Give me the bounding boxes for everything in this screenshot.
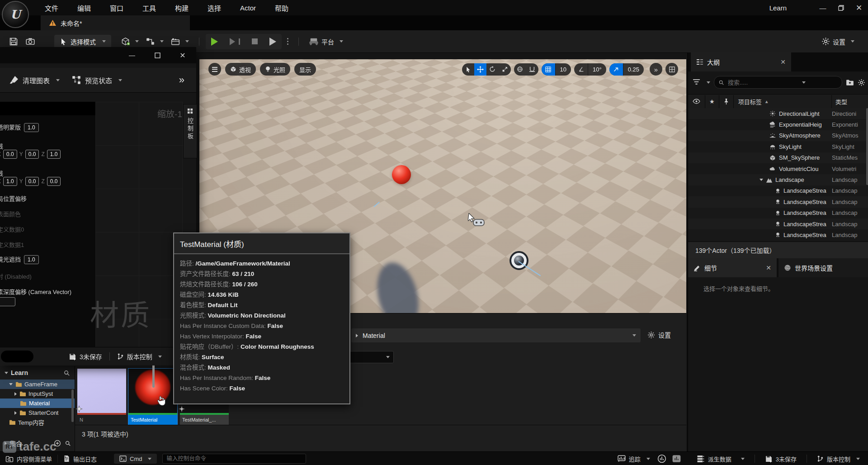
pin-normal[interactable]: 线 xyxy=(0,142,3,150)
normal-vector-input[interactable]: X0.0 Y0.0 Z1.0 xyxy=(0,150,61,159)
palette-side-tab[interactable]: 控制板 xyxy=(183,104,197,158)
outliner-row[interactable]: LandscapeStrea Landscap xyxy=(688,229,868,240)
blueprints-button[interactable] xyxy=(142,34,167,49)
learn-link[interactable]: Learn xyxy=(760,0,814,15)
pin-opacity-mask[interactable]: 透明蒙版1.0 xyxy=(0,123,39,132)
settings-button[interactable]: 设置 xyxy=(818,34,858,49)
rotation-snap-control[interactable]: 10° xyxy=(574,63,606,76)
me-unsaved-button[interactable]: 3未保存 xyxy=(69,352,102,361)
outliner-scrollbar[interactable] xyxy=(866,108,868,185)
menu-build[interactable]: 构建 xyxy=(165,0,198,15)
editor-mode-select[interactable]: 选择模式 xyxy=(54,35,111,48)
search-icon[interactable] xyxy=(65,440,71,446)
outliner-row[interactable]: LandscapeStrea Landscap xyxy=(688,185,868,196)
save-level-button[interactable] xyxy=(5,34,22,49)
clean-graph-button[interactable]: 清理图表 xyxy=(9,75,60,85)
content-drawer-button[interactable]: 内容侧滑菜单 xyxy=(0,452,57,465)
tab-outliner[interactable]: 大纲 ✕ xyxy=(691,52,791,71)
menu-edit[interactable]: 编辑 xyxy=(68,0,100,15)
player-start-gizmo[interactable] xyxy=(509,251,528,270)
toolbar-overflow-button[interactable]: » xyxy=(650,63,662,76)
view-mode-button[interactable]: 光照 xyxy=(260,63,290,76)
select-tool-button[interactable] xyxy=(462,63,474,76)
material-editor-titlebar[interactable]: — ✕ xyxy=(0,47,196,63)
play-options-button[interactable] xyxy=(283,34,292,49)
preview-state-button[interactable]: 预览状态 xyxy=(71,76,122,85)
scale-tool-button[interactable] xyxy=(499,63,511,76)
cmd-selector[interactable]: Cmd xyxy=(114,454,157,464)
pin-subsurface-color[interactable]: 表面颜色 xyxy=(0,209,21,218)
stop-button[interactable] xyxy=(248,34,261,49)
type-column-header[interactable]: 类型 xyxy=(835,97,868,106)
trace-button[interactable]: 追踪 xyxy=(612,452,656,465)
pin-ambient-occlusion[interactable]: 境光遮挡1.0 xyxy=(0,255,39,264)
tree-item-gameframe[interactable]: GameFrame xyxy=(0,380,75,389)
favorite-star-icon[interactable]: ★ xyxy=(709,98,715,105)
cinematics-button[interactable] xyxy=(167,34,193,49)
menu-select[interactable]: 选择 xyxy=(198,0,231,15)
toolbar-expand-button[interactable]: » xyxy=(179,74,184,86)
tab-world-settings[interactable]: 世界场景设置 xyxy=(778,258,868,277)
surface-snap-button[interactable] xyxy=(526,63,538,76)
tangent-vector-input[interactable]: X1.0 Y0.0 Z0.0 xyxy=(0,177,61,186)
pin-pixel-depth-offset[interactable]: 素深度偏移 (Camera Vector) xyxy=(0,287,71,296)
outliner-search[interactable] xyxy=(714,76,842,89)
outliner-row[interactable]: ExponentialHeig Exponenti xyxy=(688,119,868,130)
unreal-logo[interactable]: U xyxy=(2,1,29,28)
graph-scrollbar[interactable] xyxy=(152,363,155,388)
material-graph[interactable]: 缩放-1 材质 xyxy=(95,102,183,355)
outliner-search-input[interactable] xyxy=(727,79,797,86)
tab-level-unnamed[interactable]: 未命名* xyxy=(41,15,190,30)
menu-help[interactable]: 帮助 xyxy=(265,0,298,15)
platforms-button[interactable]: 平台 xyxy=(305,34,347,49)
new-folder-icon[interactable] xyxy=(846,79,854,86)
console-command-input[interactable] xyxy=(162,454,306,464)
label-column-header[interactable]: 项目标签 xyxy=(738,97,762,106)
search-icon[interactable] xyxy=(63,370,70,376)
content-settings-button[interactable]: 设置 xyxy=(647,330,671,339)
red-sphere-actor[interactable] xyxy=(392,165,411,184)
launch-button[interactable] xyxy=(266,34,280,49)
minimize-button[interactable]: — xyxy=(814,1,832,14)
tree-root-learn[interactable]: Learn xyxy=(0,366,75,380)
output-log-button[interactable]: 输出日志 xyxy=(58,452,102,465)
outliner-row[interactable]: DirectionalLight Directioni xyxy=(688,108,868,119)
outliner-row[interactable]: VolumetricClou Volumetri xyxy=(688,163,868,174)
revision-control-button[interactable]: 版本控制 xyxy=(811,452,865,465)
outliner-row[interactable]: LandscapeStrea Landscap xyxy=(688,208,868,218)
asset-card-n[interactable]: N xyxy=(77,369,126,425)
pin-custom-data1[interactable]: 定义数据1 xyxy=(0,240,24,249)
pin-tangent[interactable]: 线 xyxy=(0,169,3,177)
menu-actor[interactable]: Actor xyxy=(231,0,265,15)
restore-button[interactable] xyxy=(832,1,850,14)
node-header[interactable] xyxy=(0,102,95,115)
camera-mode-button[interactable]: 透视 xyxy=(225,63,256,76)
grid-snap-control[interactable]: 10 xyxy=(542,63,571,76)
outliner-row[interactable]: LandscapeStrea Landscap xyxy=(688,196,868,207)
content-path-bar[interactable]: Material xyxy=(351,328,641,342)
outliner-row[interactable]: SkyLight SkyLight xyxy=(688,141,868,152)
tab-details[interactable]: 细节 ✕ xyxy=(688,258,777,277)
menu-file[interactable]: 文件 xyxy=(35,0,68,15)
me-maximize-button[interactable] xyxy=(146,47,168,63)
me-revision-control-button[interactable]: 版本控制 xyxy=(117,352,162,361)
unsaved-button[interactable]: 3未保存 xyxy=(760,452,802,465)
outliner-columns[interactable]: ★ 项目标签 ▲ 类型 xyxy=(688,94,868,109)
outliner-row-landscape[interactable]: Landscape Landscap xyxy=(688,174,868,185)
outliner-row[interactable]: SkyAtmosphere SkyAtmos xyxy=(688,130,868,141)
pin-world-position-offset[interactable]: 局位置偏移 xyxy=(0,194,27,203)
outliner-row[interactable]: SM_SkySphere StaticMes xyxy=(688,152,868,163)
frame-skip-button[interactable] xyxy=(226,34,244,49)
move-tool-button[interactable] xyxy=(474,63,486,76)
pin-refraction[interactable]: 射 (Disabled) xyxy=(0,272,32,280)
session-frontend-button[interactable] xyxy=(668,452,685,465)
tree-item-inputsystem[interactable]: InputSyst xyxy=(0,389,75,399)
world-space-button[interactable] xyxy=(514,63,526,76)
me-minimize-button[interactable]: — xyxy=(121,47,143,63)
visibility-eye-icon[interactable] xyxy=(693,98,700,104)
insights-button[interactable] xyxy=(656,452,668,465)
close-tab-icon[interactable]: ✕ xyxy=(766,264,771,271)
pin-custom-data0[interactable]: 定义数据0 xyxy=(0,225,24,233)
filter-icon[interactable] xyxy=(693,79,700,86)
menu-window[interactable]: 窗口 xyxy=(100,0,133,15)
